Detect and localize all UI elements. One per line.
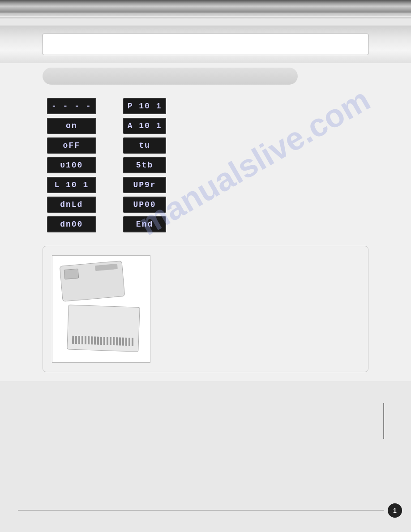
indicator-stb: 5tb bbox=[123, 157, 167, 173]
indicator-up00: UP00 bbox=[123, 197, 167, 213]
indicator-p101: P 10 1 bbox=[123, 98, 167, 114]
indicators-section: - - - - on oFF υ100 L 10 1 dnLd dn00 P 1… bbox=[43, 98, 368, 232]
info-image bbox=[52, 255, 150, 363]
header-section bbox=[0, 26, 411, 63]
indicators-right-col: P 10 1 A 10 1 tu 5tb UP9r UP00 End bbox=[123, 98, 167, 232]
indicator-end: End bbox=[123, 216, 167, 232]
sub-divider bbox=[0, 17, 411, 19]
indicator-a101: A 10 1 bbox=[123, 118, 167, 134]
card-top-illustration bbox=[60, 261, 125, 302]
content-area: - - - - on oFF υ100 L 10 1 dnLd dn00 P 1… bbox=[0, 63, 411, 381]
card-bottom-illustration bbox=[67, 305, 140, 352]
page-number: 1 bbox=[388, 503, 402, 518]
indicator-up9r: UP9r bbox=[123, 177, 167, 193]
indicators-left-col: - - - - on oFF υ100 L 10 1 dnLd dn00 bbox=[47, 98, 96, 232]
indicator-off: oFF bbox=[47, 137, 96, 154]
info-text bbox=[159, 255, 359, 363]
indicator-v100: υ100 bbox=[47, 157, 96, 173]
indicator-dnld: dnLd bbox=[47, 197, 96, 213]
indicator-dn00: dn00 bbox=[47, 216, 96, 232]
nav-pill bbox=[43, 68, 298, 85]
indicator-tu: tu bbox=[123, 137, 167, 154]
indicator-l101: L 10 1 bbox=[47, 177, 96, 193]
header-box bbox=[43, 34, 368, 55]
bottom-line bbox=[18, 510, 384, 511]
right-vertical-line bbox=[383, 403, 384, 439]
section-divider-top bbox=[0, 13, 411, 16]
top-bar bbox=[0, 0, 411, 13]
indicator-dash: - - - - bbox=[47, 98, 96, 114]
indicator-on: on bbox=[47, 118, 96, 134]
info-box bbox=[43, 246, 368, 372]
